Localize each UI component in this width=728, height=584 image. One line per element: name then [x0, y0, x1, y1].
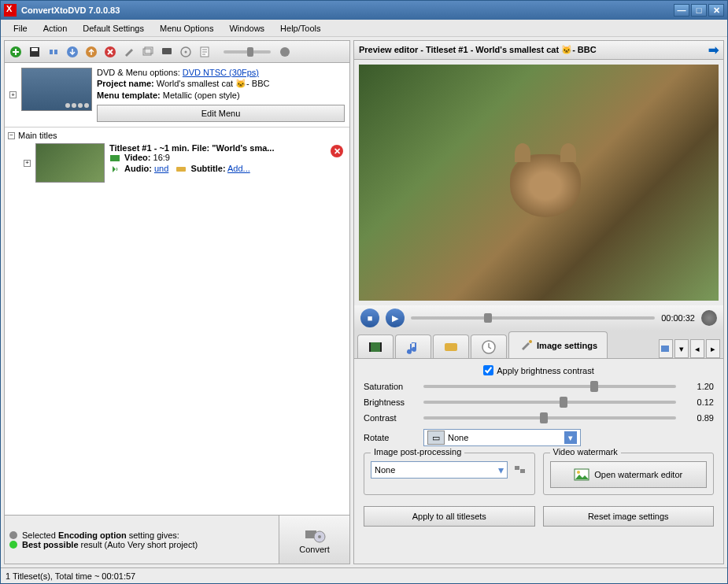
close-button[interactable]: ✕: [708, 4, 724, 17]
preview-next-icon[interactable]: ➡: [708, 43, 719, 57]
tab-subtitle[interactable]: [433, 335, 469, 358]
maximize-button[interactable]: □: [691, 4, 707, 17]
burn-icon[interactable]: [277, 44, 293, 60]
apply-all-button[interactable]: Apply to all titlesets: [364, 506, 535, 527]
project-name-value: World's smallest cat 🐱- BBC: [157, 79, 270, 88]
add-button[interactable]: [8, 44, 24, 60]
menu-thumbnail[interactable]: [21, 68, 92, 111]
save-button[interactable]: [27, 44, 42, 60]
toolbar: [5, 41, 349, 63]
tab-image-settings[interactable]: Image settings: [508, 331, 608, 358]
menu-options[interactable]: Menu Options: [152, 22, 221, 35]
saturation-slider[interactable]: [423, 385, 676, 388]
tab-video[interactable]: [357, 335, 394, 358]
contrast-slider[interactable]: [423, 416, 676, 420]
preview-header: Preview editor - Titleset #1 - World's s…: [354, 41, 723, 60]
right-panel: Preview editor - Titleset #1 - World's s…: [353, 40, 724, 564]
titlebar[interactable]: ConvertXtoDVD 7.0.0.83 — □ ✕: [1, 1, 727, 20]
seek-slider[interactable]: [411, 316, 655, 320]
saturation-label: Saturation: [364, 382, 417, 391]
edit-menu-button[interactable]: Edit Menu: [97, 105, 345, 122]
audio-link[interactable]: und: [154, 164, 168, 173]
collapse-main-titles[interactable]: −: [8, 132, 15, 139]
convert-icon: [304, 526, 326, 545]
settings-icon[interactable]: [121, 44, 137, 60]
menu-template-value: Metallic (open style): [163, 91, 240, 100]
app-logo-icon: [4, 4, 17, 17]
contrast-label: Contrast: [364, 413, 417, 423]
titleset-tree: − Main titles + Titleset #1 - ~1 min. Fi…: [5, 128, 349, 515]
disc-icon[interactable]: [178, 44, 194, 60]
titleset-thumbnail[interactable]: [35, 143, 105, 183]
post-processing-group: Image post-processing None ▾: [364, 453, 535, 495]
svg-point-12: [280, 47, 290, 57]
expand-project[interactable]: +: [9, 91, 17, 98]
dvd-options-link[interactable]: DVD NTSC (30Fps): [183, 68, 259, 77]
rotate-icon: ▭: [427, 431, 445, 445]
svg-point-10: [185, 50, 187, 53]
tab-image-settings-label: Image settings: [537, 341, 597, 350]
preview-title: Preview editor - Titleset #1 - World's s…: [359, 45, 597, 55]
rotate-label: Rotate: [364, 433, 417, 442]
rotate-combo[interactable]: ▭ None ▾: [423, 429, 581, 446]
project-box: + DVD & Menu options: DVD NTSC (30Fps) P…: [5, 63, 349, 128]
minimize-button[interactable]: —: [674, 4, 689, 17]
chevron-down-icon: ▾: [564, 431, 577, 444]
expand-titleset[interactable]: +: [24, 160, 31, 167]
delete-titleset-button[interactable]: ✕: [331, 145, 343, 157]
contrast-value: 0.89: [682, 413, 714, 423]
brightness-slider[interactable]: [423, 401, 676, 404]
play-button[interactable]: ▶: [386, 309, 405, 327]
tab-chapters[interactable]: [471, 335, 507, 358]
brightness-label: Brightness: [364, 397, 417, 407]
tab-scroll-left[interactable]: ◂: [690, 339, 704, 358]
volume-icon[interactable]: [701, 310, 717, 326]
stop-button[interactable]: ■: [360, 309, 379, 327]
merge-button[interactable]: [46, 44, 61, 60]
action-buttons: Apply to all titlesets Reset image setti…: [364, 506, 714, 527]
dvd-options-label: DVD & Menu options:: [97, 68, 180, 77]
tab-dropdown[interactable]: ▾: [674, 339, 689, 358]
chevron-down-icon: ▾: [498, 464, 504, 476]
convert-label: Convert: [299, 545, 330, 554]
log-icon[interactable]: [197, 44, 212, 60]
move-up-button[interactable]: [83, 44, 99, 60]
main-titles-node[interactable]: − Main titles: [8, 131, 346, 140]
menu-file[interactable]: File: [6, 22, 35, 35]
subtitle-label: Subtitle:: [191, 164, 226, 173]
settings-tabs: Image settings ▾ ◂ ▸: [354, 331, 723, 359]
window-title: ConvertXtoDVD 7.0.0.83: [21, 6, 672, 15]
tab-output[interactable]: [659, 339, 673, 358]
playback-bar: ■ ▶ 00:00:32: [354, 305, 723, 331]
subtitle-link[interactable]: Add...: [227, 164, 250, 173]
watermark-group: Video watermark Open watermark editor: [543, 453, 715, 495]
tab-audio[interactable]: [395, 335, 431, 358]
open-watermark-button[interactable]: Open watermark editor: [550, 461, 708, 488]
convert-button[interactable]: Convert: [279, 516, 349, 564]
post-processing-combo[interactable]: None ▾: [371, 461, 508, 479]
menu-action[interactable]: Action: [35, 22, 76, 35]
move-down-button[interactable]: [65, 44, 80, 60]
left-footer: Selected Encoding option setting gives: …: [5, 515, 349, 564]
priority-slider[interactable]: [224, 50, 271, 54]
image-settings-pane: Apply brightness contrast Saturation 1.2…: [354, 359, 723, 564]
menu-default-settings[interactable]: Default Settings: [75, 22, 152, 35]
svg-rect-18: [369, 342, 382, 352]
post-processing-settings-button[interactable]: [512, 462, 528, 478]
reset-button[interactable]: Reset image settings: [543, 506, 715, 527]
preview-area[interactable]: [359, 65, 719, 301]
svg-point-23: [529, 340, 532, 343]
batch-icon[interactable]: [140, 44, 156, 60]
titleset-item[interactable]: + Titleset #1 - ~1 min. File: "World's s…: [24, 143, 346, 183]
menu-help[interactable]: Help/Tools: [272, 22, 328, 35]
menu-windows[interactable]: Windows: [221, 22, 272, 35]
remove-button[interactable]: [102, 44, 118, 60]
time-display: 00:00:32: [661, 313, 695, 323]
main-titles-label: Main titles: [18, 131, 57, 140]
svg-rect-25: [515, 466, 519, 470]
apply-bc-checkbox[interactable]: [483, 365, 493, 375]
saturation-value: 1.20: [682, 382, 714, 391]
subtitle-icon: [176, 164, 187, 175]
display-icon[interactable]: [159, 44, 175, 60]
tab-scroll-right[interactable]: ▸: [706, 339, 720, 358]
